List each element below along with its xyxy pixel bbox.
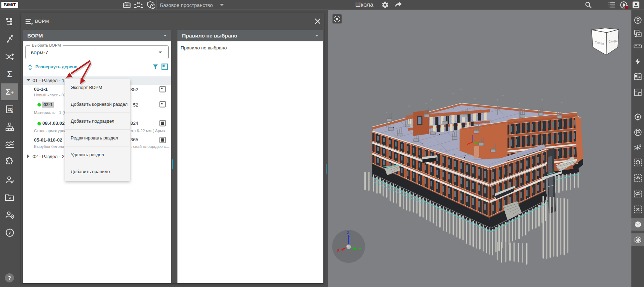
svg-text:Z: Z [347, 230, 349, 235]
svg-text:X: X [337, 248, 340, 252]
svg-text:2: 2 [639, 144, 641, 146]
svg-text:2D: 2D [8, 107, 13, 111]
svg-text:Y: Y [359, 247, 362, 251]
